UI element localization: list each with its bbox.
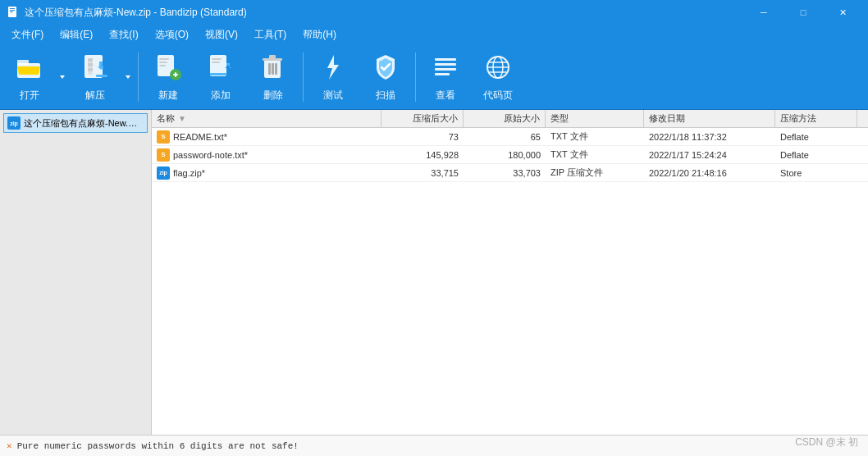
file-compressed-2: 33,715 <box>381 164 464 181</box>
col-header-compressed[interactable]: 压缩后大小 <box>381 110 464 127</box>
add-button[interactable]: 添加 <box>194 48 247 107</box>
window-controls: ─ □ ✕ <box>745 0 861 25</box>
open-label: 打开 <box>20 89 39 103</box>
tree-item-zip[interactable]: zip 这个压缩包有点麻烦-New.zip <box>3 113 148 133</box>
svg-rect-26 <box>268 63 271 75</box>
separator-2 <box>303 52 304 102</box>
scan-button[interactable]: 扫描 <box>359 48 412 107</box>
extract-btn-group: 解压 <box>69 48 135 107</box>
scan-icon <box>369 51 402 84</box>
menu-help[interactable]: 帮助(H) <box>295 25 345 44</box>
svg-rect-28 <box>275 63 277 75</box>
app-icon <box>7 6 20 19</box>
svg-rect-21 <box>212 62 220 63</box>
col-header-date[interactable]: 修改日期 <box>644 110 775 127</box>
svg-rect-30 <box>435 63 456 66</box>
minimize-button[interactable]: ─ <box>745 0 783 25</box>
view-button[interactable]: 查看 <box>419 48 472 107</box>
codepage-icon <box>482 51 514 84</box>
svg-rect-31 <box>435 68 456 71</box>
view-label: 查看 <box>436 89 455 103</box>
table-row[interactable]: S password-note.txt* 145,928 180,000 TXT… <box>152 146 868 164</box>
extract-button[interactable]: 解压 <box>69 48 121 107</box>
extract-dropdown[interactable] <box>121 48 135 107</box>
menu-view[interactable]: 视图(V) <box>197 25 246 44</box>
svg-rect-29 <box>435 58 456 61</box>
open-icon <box>13 51 46 84</box>
txt-icon-1: S <box>157 148 170 162</box>
sort-arrow: ▼ <box>178 114 186 123</box>
close-button[interactable]: ✕ <box>824 0 861 25</box>
file-date-0: 2022/1/18 11:37:32 <box>644 128 775 145</box>
zip-tree-icon: zip <box>7 116 21 130</box>
tree-item-label: 这个压缩包有点麻烦-New.zip <box>24 117 139 130</box>
view-icon <box>429 51 462 84</box>
menu-find[interactable]: 查找(I) <box>101 25 146 44</box>
table-row[interactable]: S README.txt* 73 65 TXT 文件 2022/1/18 11:… <box>152 128 868 146</box>
codepage-label: 代码页 <box>483 89 513 103</box>
file-name-0: S README.txt* <box>152 128 381 145</box>
file-list: S README.txt* 73 65 TXT 文件 2022/1/18 11:… <box>152 128 868 435</box>
delete-icon <box>257 51 290 84</box>
file-date-1: 2022/1/17 15:24:24 <box>644 146 775 163</box>
svg-rect-8 <box>88 58 93 62</box>
status-message: Pure numeric passwords within 6 digits a… <box>17 441 299 451</box>
warning-icon: ✕ <box>7 440 12 451</box>
menu-bar: 文件(F) 编辑(E) 查找(I) 选项(O) 视图(V) 工具(T) 帮助(H… <box>0 25 868 44</box>
svg-rect-32 <box>435 73 450 75</box>
svg-rect-9 <box>88 63 93 66</box>
delete-label: 删除 <box>263 89 283 103</box>
zip-icon-2: zip <box>157 166 170 180</box>
svg-rect-22 <box>210 73 226 75</box>
new-button[interactable]: 新建 <box>142 48 194 107</box>
svg-rect-20 <box>212 58 222 60</box>
test-label: 测试 <box>323 89 343 103</box>
menu-edit[interactable]: 编辑(E) <box>52 25 101 44</box>
new-label: 新建 <box>158 89 178 103</box>
maximize-button[interactable]: □ <box>784 0 822 25</box>
menu-tools[interactable]: 工具(T) <box>246 25 295 44</box>
file-type-0: TXT 文件 <box>546 128 644 145</box>
col-header-method[interactable]: 压缩方法 <box>775 110 857 127</box>
open-button[interactable]: 打开 <box>3 48 56 107</box>
test-button[interactable]: 测试 <box>307 48 359 107</box>
file-compressed-0: 73 <box>381 128 464 145</box>
file-name-1: S password-note.txt* <box>152 146 381 163</box>
file-original-2: 33,703 <box>464 164 546 181</box>
open-dropdown[interactable] <box>56 48 69 107</box>
title-bar: 这个压缩包有点麻烦-New.zip - Bandizip (Standard) … <box>0 0 868 25</box>
table-row[interactable]: zip flag.zip* 33,715 33,703 ZIP 压缩文件 202… <box>152 164 868 182</box>
file-type-1: TXT 文件 <box>546 146 644 163</box>
status-bar: ✕ Pure numeric passwords within 6 digits… <box>0 435 868 456</box>
svg-rect-3 <box>10 11 13 12</box>
scan-label: 扫描 <box>376 89 395 103</box>
col-header-original[interactable]: 原始大小 <box>464 110 546 127</box>
file-original-1: 180,000 <box>464 146 546 163</box>
new-icon <box>152 51 185 84</box>
svg-rect-27 <box>272 63 274 75</box>
file-name-2: zip flag.zip* <box>152 164 381 181</box>
svg-rect-2 <box>10 10 15 11</box>
add-icon <box>204 51 237 84</box>
menu-options[interactable]: 选项(O) <box>147 25 197 44</box>
content-area: zip 这个压缩包有点麻烦-New.zip 名称 ▼ 压缩后大小 原始大小 类型… <box>0 110 868 435</box>
file-original-0: 65 <box>464 128 546 145</box>
open-btn-group: 打开 <box>3 48 69 107</box>
codepage-button[interactable]: 代码页 <box>472 48 524 107</box>
extract-label: 解压 <box>85 89 105 103</box>
separator-1 <box>138 52 139 102</box>
col-header-type[interactable]: 类型 <box>546 110 644 127</box>
separator-3 <box>415 52 416 102</box>
svg-rect-15 <box>159 65 166 66</box>
col-header-name[interactable]: 名称 ▼ <box>152 110 381 127</box>
window-title: 这个压缩包有点麻烦-New.zip - Bandizip (Standard) <box>25 6 247 20</box>
delete-button[interactable]: 删除 <box>247 48 299 107</box>
svg-rect-5 <box>17 60 29 65</box>
file-method-2: Store <box>775 164 857 181</box>
svg-rect-1 <box>10 8 15 9</box>
file-method-1: Deflate <box>775 146 857 163</box>
toolbar: 打开 解压 <box>0 44 868 110</box>
menu-file[interactable]: 文件(F) <box>3 25 52 44</box>
file-method-0: Deflate <box>775 128 857 145</box>
svg-rect-10 <box>88 68 93 71</box>
